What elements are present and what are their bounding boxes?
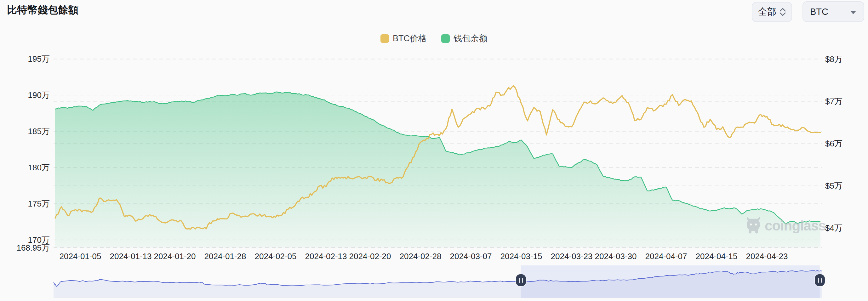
coinglass-bull-icon bbox=[745, 216, 762, 235]
y-right-tick-label: $7万 bbox=[825, 96, 868, 107]
wallet-balance-widget: 比特幣錢包餘額 全部 BTC BTC价格 钱包余额 195万190万185万18… bbox=[0, 0, 868, 301]
y-right-tick-label: $8万 bbox=[825, 54, 868, 65]
y-left-min-label: 168.95万 bbox=[2, 242, 50, 254]
y-right-tick-label: $5万 bbox=[825, 180, 868, 192]
y-left-tick-label: 185万 bbox=[2, 126, 50, 137]
navigator-handle-right[interactable] bbox=[815, 274, 825, 286]
y-right-tick-label: $4万 bbox=[825, 223, 868, 234]
y-left-tick-label: 190万 bbox=[2, 90, 50, 101]
coinglass-watermark: coinglass bbox=[745, 216, 826, 235]
y-right-tick-label: $6万 bbox=[825, 138, 868, 149]
y-left-tick-label: 180万 bbox=[2, 162, 50, 173]
y-left-tick-label: 195万 bbox=[2, 54, 50, 65]
x-axis-tick-label: 2024-04-23 bbox=[735, 252, 798, 261]
navigator-handle-left[interactable] bbox=[516, 274, 526, 286]
y-left-tick-label: 175万 bbox=[2, 198, 50, 209]
coinglass-watermark-text: coinglass bbox=[765, 218, 826, 234]
